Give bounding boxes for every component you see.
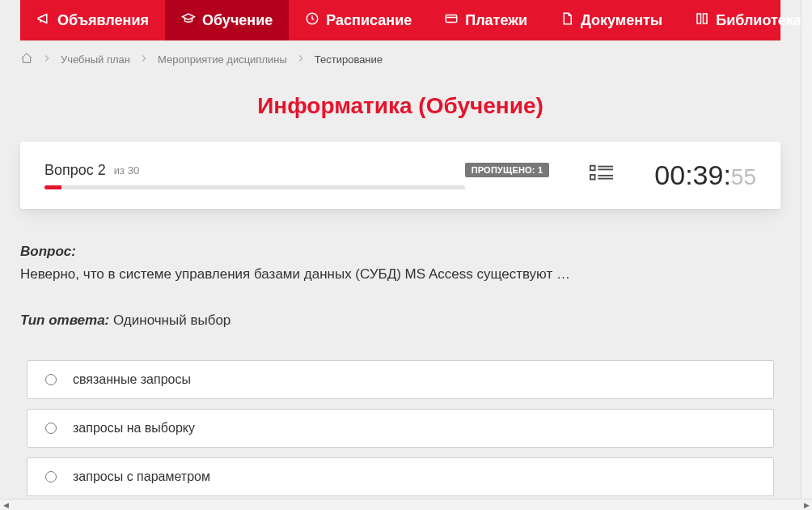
question-text: Неверно, что в системе управления базами… xyxy=(20,264,780,285)
top-nav: Объявления Обучение Расписание xyxy=(20,0,780,40)
library-icon xyxy=(695,11,709,30)
option-row[interactable]: связанные запросы xyxy=(27,360,774,399)
option-radio[interactable] xyxy=(45,374,57,385)
nav-item-documents[interactable]: Документы xyxy=(543,0,679,40)
svg-rect-1 xyxy=(446,15,457,22)
option-radio[interactable] xyxy=(45,471,57,482)
scroll-right-arrow[interactable]: ▶ xyxy=(801,499,812,511)
nav-item-schedule[interactable]: Расписание xyxy=(289,0,428,40)
progress-bar xyxy=(44,185,465,189)
svg-rect-2 xyxy=(590,165,595,170)
payment-icon xyxy=(444,11,459,30)
breadcrumb: Учебный план Мероприятие дисциплины Тест… xyxy=(20,40,780,79)
question-heading-label: Вопрос: xyxy=(20,244,76,259)
answer-type-value: Одиночный выбор xyxy=(113,312,230,328)
nav-label: Платежи xyxy=(465,12,527,29)
timer-main: 00:39: xyxy=(654,159,731,191)
nav-label: Библиотека xyxy=(716,12,801,29)
vertical-scrollbar[interactable] xyxy=(801,0,812,499)
question-number-label: Вопрос 2 xyxy=(44,162,106,179)
breadcrumb-link-plan[interactable]: Учебный план xyxy=(61,53,130,66)
option-row[interactable]: запросы с параметром xyxy=(27,457,774,496)
skipped-badge: ПРОПУЩЕНО: 1 xyxy=(465,163,550,177)
option-radio[interactable] xyxy=(45,423,57,434)
options-list: связанные запросы запросы на выборку зап… xyxy=(20,355,780,496)
scroll-left-arrow[interactable]: ◀ xyxy=(0,499,11,511)
page-title: Информатика (Обучение) xyxy=(20,79,780,142)
svg-rect-5 xyxy=(590,174,595,179)
nav-label: Объявления xyxy=(57,12,149,29)
question-area: Вопрос: Неверно, что в системе управлени… xyxy=(20,209,780,355)
question-of-label: из 30 xyxy=(114,164,139,176)
option-row[interactable]: запросы на выборку xyxy=(27,409,774,448)
question-list-button[interactable] xyxy=(573,164,630,188)
nav-label: Документы xyxy=(581,12,662,29)
megaphone-icon xyxy=(36,11,51,30)
nav-item-payments[interactable]: Платежи xyxy=(428,0,543,40)
option-label: запросы на выборку xyxy=(73,421,195,436)
education-icon xyxy=(181,11,196,30)
nav-item-announcements[interactable]: Объявления xyxy=(20,0,165,40)
nav-label: Расписание xyxy=(326,12,412,29)
chevron-right-icon xyxy=(41,53,53,66)
scroll-track[interactable] xyxy=(11,499,801,510)
chevron-right-icon xyxy=(138,53,150,66)
timer-seconds: 55 xyxy=(731,164,756,190)
nav-label: Обучение xyxy=(202,12,273,29)
clock-icon xyxy=(305,11,319,30)
home-icon[interactable] xyxy=(20,52,33,67)
breadcrumb-link-event[interactable]: Мероприятие дисциплины xyxy=(158,53,287,66)
document-icon xyxy=(560,11,574,30)
answer-type-label: Тип ответа: xyxy=(20,312,109,328)
nav-item-library[interactable]: Библиотека xyxy=(679,0,801,40)
option-label: связанные запросы xyxy=(73,372,191,387)
list-icon xyxy=(590,173,614,187)
breadcrumb-current: Тестирование xyxy=(315,53,383,66)
chevron-right-icon xyxy=(295,53,307,66)
horizontal-scrollbar[interactable]: ◀ ▶ xyxy=(0,499,812,510)
nav-item-education[interactable]: Обучение xyxy=(165,0,289,40)
status-card: Вопрос 2 из 30 ПРОПУЩЕНО: 1 xyxy=(20,142,780,209)
timer: 00:39:55 xyxy=(654,159,756,191)
option-label: запросы с параметром xyxy=(73,470,210,484)
